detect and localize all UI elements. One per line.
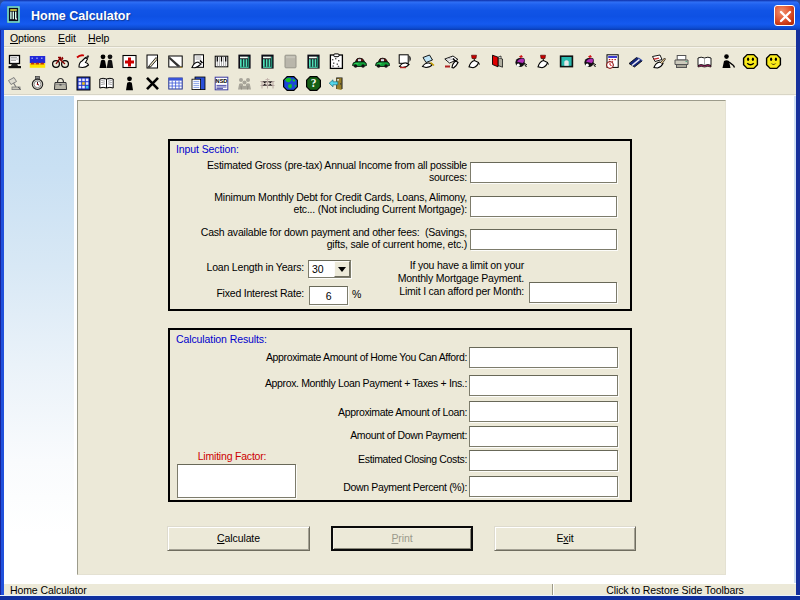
svg-text:NSD: NSD: [215, 78, 227, 84]
svg-text:?: ?: [310, 77, 316, 89]
